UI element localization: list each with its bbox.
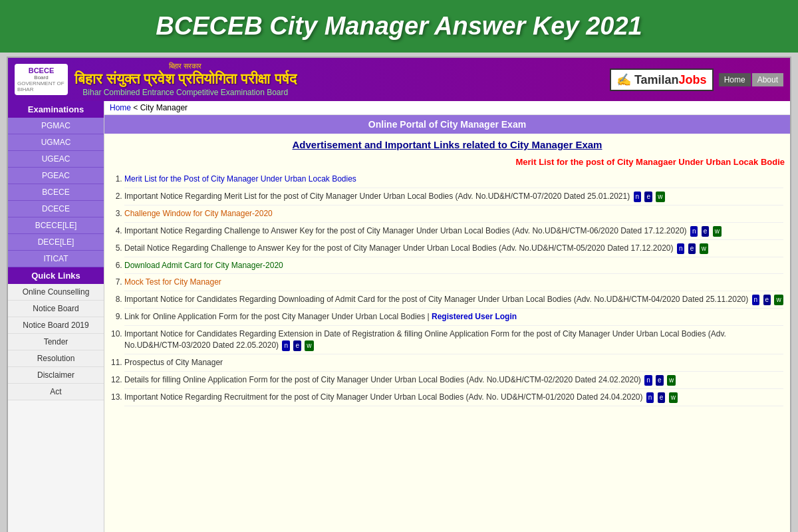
logo-govt-text: GOVERNMENT OF BIHAR xyxy=(17,80,65,92)
content-area: Home < City Manager Online Portal of Cit… xyxy=(104,101,790,532)
badge-e: e xyxy=(644,192,652,202)
tamilan-logo-text: ✍ TamilanJobs xyxy=(616,73,707,86)
hindi-title: बिहार संयुक्त प्रवेश प्रतियोगिता परीक्षा… xyxy=(74,70,297,88)
header-right: ✍ TamilanJobs Home About xyxy=(610,68,783,91)
badge-w: w xyxy=(669,392,678,403)
list-item: Link for Online Application Form for the… xyxy=(124,309,783,326)
list-item-link[interactable]: Download Admit Card for City Manager-202… xyxy=(124,261,283,270)
sidebar-item-act[interactable]: Act xyxy=(8,384,104,400)
list-item: Prospectus of City Manager xyxy=(124,354,783,372)
site-logo: BCECE Board GOVERNMENT OF BIHAR xyxy=(15,64,68,95)
sidebar-item-notice-board-2019[interactable]: Notice Board 2019 xyxy=(8,317,104,334)
sidebar: Examinations PGMAC UGMAC UGEAC PGEAC BCE… xyxy=(8,101,104,532)
sidebar-item-ugmac[interactable]: UGMAC xyxy=(8,134,104,151)
sidebar-item-tender[interactable]: Tender xyxy=(8,334,104,350)
list-item-text: Important Notice Regarding Challenge to … xyxy=(124,226,687,235)
list-item: Download Admit Card for City Manager-202… xyxy=(124,257,783,275)
list-item: Mock Test for City Manager xyxy=(124,274,783,291)
hindi-gov: बिहार सरकार xyxy=(74,62,297,70)
portal-title: Online Portal of City Manager Exam xyxy=(368,119,526,130)
badge-n: n xyxy=(644,375,652,386)
header-text-block: बिहार सरकार बिहार संयुक्त प्रवेश प्रतियो… xyxy=(74,62,297,97)
sidebar-item-bcecele[interactable]: BCECE[LE] xyxy=(8,217,104,234)
badge-e: e xyxy=(702,226,710,237)
nav-home-button[interactable]: Home xyxy=(719,73,751,86)
list-item: Important Notice Regarding Merit List fo… xyxy=(124,188,783,205)
main-wrapper: BCECE Board GOVERNMENT OF BIHAR बिहार सर… xyxy=(7,57,791,532)
badge-w: w xyxy=(656,192,664,202)
list-item: Important Notice Regarding Challenge to … xyxy=(124,223,783,240)
sidebar-item-resolution[interactable]: Resolution xyxy=(8,350,104,367)
badge-w: w xyxy=(774,295,783,305)
list-item: Challenge Window for City Manager-2020 xyxy=(124,205,783,223)
breadcrumb-separator: < xyxy=(133,103,140,112)
sidebar-quicklinks-title: Quick Links xyxy=(8,267,104,284)
badge-n: n xyxy=(677,243,685,254)
badge-e: e xyxy=(658,392,666,403)
nav-buttons: Home About xyxy=(719,73,783,86)
list-item-text: Detail Notice Regarding Challenge to Ans… xyxy=(124,243,674,253)
list-item-link[interactable]: Challenge Window for City Manager-2020 xyxy=(124,209,273,218)
content-list: Merit List for the Post of City Manager … xyxy=(104,168,790,409)
nav-about-button[interactable]: About xyxy=(752,73,783,86)
list-item: Important Notice for Candidates Regardin… xyxy=(124,291,783,309)
sidebar-item-ugeac[interactable]: UGEAC xyxy=(8,151,104,168)
list-item: Details for filling Online Application F… xyxy=(124,372,783,389)
breadcrumb-current: City Manager xyxy=(140,103,188,112)
merit-list-notice: Merit List for the post of City Managaer… xyxy=(104,156,790,168)
breadcrumb: Home < City Manager xyxy=(104,101,790,115)
sidebar-item-bcece[interactable]: BCECE xyxy=(8,184,104,201)
logo-bottom-text: Board xyxy=(34,74,48,80)
badge-w: w xyxy=(713,226,722,237)
badge-w: w xyxy=(667,375,676,386)
sidebar-item-dcece[interactable]: DCECE xyxy=(8,201,104,217)
page-main-title: BCECEB City Manager Answer Key 2021 xyxy=(7,12,791,41)
list-item-text: Link for Online Application Form for the… xyxy=(124,312,432,321)
tamilan-logo: ✍ TamilanJobs xyxy=(610,68,714,91)
site-header: BCECE Board GOVERNMENT OF BIHAR बिहार सर… xyxy=(8,58,790,101)
portal-title-bar: Online Portal of City Manager Exam xyxy=(104,115,790,134)
list-item-text: Details for filling Online Application F… xyxy=(124,375,641,384)
body-layout: Examinations PGMAC UGMAC UGEAC PGEAC BCE… xyxy=(8,101,790,532)
list-item: Merit List for the Post of City Manager … xyxy=(124,171,783,188)
badge-n: n xyxy=(282,340,290,351)
badge-e: e xyxy=(656,375,664,386)
list-item-text: Important Notice Regarding Recruitment f… xyxy=(124,392,643,402)
sidebar-exams-title: Examinations xyxy=(8,101,104,118)
badge-n: n xyxy=(690,226,698,237)
sidebar-item-notice-board[interactable]: Notice Board xyxy=(8,301,104,317)
list-item-text: Important Notice for Candidates Regardin… xyxy=(124,329,726,350)
list-item-link[interactable]: Mock Test for City Manager xyxy=(124,277,221,287)
badge-w: w xyxy=(700,243,708,254)
header-left: BCECE Board GOVERNMENT OF BIHAR बिहार सर… xyxy=(15,62,297,97)
sidebar-item-decele[interactable]: DECE[LE] xyxy=(8,234,104,251)
badge-e: e xyxy=(293,340,301,351)
list-item-text: Prospectus of City Manager xyxy=(124,358,223,367)
badge-e: e xyxy=(688,243,696,254)
registered-login-link[interactable]: Registered User Login xyxy=(432,312,517,321)
logo-top-text: BCECE xyxy=(29,66,55,74)
english-subtitle: Bihar Combined Entrance Competitive Exam… xyxy=(74,88,297,97)
sidebar-item-online-counselling[interactable]: Online Counselling xyxy=(8,284,104,301)
badge-n: n xyxy=(752,295,760,305)
list-item-text: Important Notice for Candidates Regardin… xyxy=(124,295,748,304)
list-item: Important Notice Regarding Recruitment f… xyxy=(124,389,783,406)
list-item-link[interactable]: Merit List for the Post of City Manager … xyxy=(124,174,356,184)
list-item: Important Notice for Candidates Regardin… xyxy=(124,326,783,354)
sidebar-item-iticat[interactable]: ITICAT xyxy=(8,251,104,267)
top-banner: BCECEB City Manager Answer Key 2021 xyxy=(0,0,798,53)
sidebar-item-pgmac[interactable]: PGMAC xyxy=(8,118,104,134)
badge-n: n xyxy=(634,192,642,202)
advert-link[interactable]: Advertisement and Important Links relate… xyxy=(293,139,602,150)
sidebar-item-disclaimer[interactable]: Disclaimer xyxy=(8,367,104,384)
badge-w: w xyxy=(305,340,313,351)
list-item: Detail Notice Regarding Challenge to Ans… xyxy=(124,240,783,257)
list-item-text: Important Notice Regarding Merit List fo… xyxy=(124,192,630,201)
badge-n: n xyxy=(646,392,654,403)
sidebar-item-pgeac[interactable]: PGEAC xyxy=(8,168,104,184)
advert-link-section: Advertisement and Important Links relate… xyxy=(104,134,790,156)
breadcrumb-home[interactable]: Home xyxy=(110,103,131,112)
badge-e: e xyxy=(763,295,771,305)
